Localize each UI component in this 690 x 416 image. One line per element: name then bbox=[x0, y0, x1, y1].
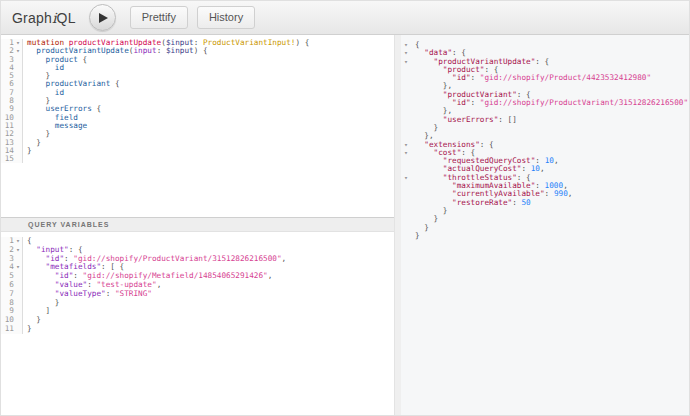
code-token-pu: } bbox=[27, 324, 32, 333]
code-token-pu: } bbox=[46, 129, 51, 138]
line-gutter: 11 bbox=[1, 325, 23, 334]
code-line: } bbox=[401, 232, 689, 240]
query-variables-label: QUERY VARIABLES bbox=[28, 221, 109, 228]
line-gutter: 15 bbox=[1, 155, 23, 163]
fold-toggle-icon[interactable]: ▾ bbox=[401, 174, 411, 182]
code-token-st: "gid://shopify/Metafield/14854065291426" bbox=[83, 271, 268, 280]
code-token-pu: : bbox=[471, 73, 480, 82]
code-line: 12 } bbox=[1, 130, 394, 138]
query-variables-header[interactable]: QUERY VARIABLES bbox=[1, 217, 394, 232]
code-token-nu: 990 bbox=[554, 189, 568, 198]
code-token-pr: id bbox=[55, 88, 64, 97]
fold-toggle-icon[interactable]: ▾ bbox=[14, 246, 22, 255]
fold-gutter-spacer bbox=[14, 147, 22, 155]
code-token-ar: "id" bbox=[46, 254, 65, 263]
code-token-ar: "metafields" bbox=[46, 262, 102, 271]
code-token-ar: "id" bbox=[55, 271, 74, 280]
code-token-st: "STRING" bbox=[115, 289, 152, 298]
code-token-pl bbox=[27, 245, 36, 254]
query-variables-editor[interactable]: 1▾{2▾ "input": {3 "id": "gid://shopify/P… bbox=[1, 232, 394, 415]
code-token-st: "gid://shopify/ProductVariant/3151282621… bbox=[480, 98, 688, 107]
code-line: 4 id bbox=[1, 64, 394, 72]
code-token-pl bbox=[27, 289, 55, 298]
code-token-pr: message bbox=[55, 121, 87, 130]
fold-gutter-spacer bbox=[14, 114, 22, 122]
fold-gutter-spacer bbox=[14, 89, 22, 97]
code-line: 7 id bbox=[1, 89, 394, 97]
code-token-pu: ) { bbox=[296, 38, 310, 47]
code-token-rk: "id" bbox=[452, 73, 471, 82]
play-icon bbox=[99, 13, 108, 23]
code-line: 11 message bbox=[1, 122, 394, 130]
logo-text: QL bbox=[57, 10, 76, 26]
code-token-pu: { bbox=[78, 55, 87, 64]
code-line: } bbox=[401, 207, 689, 215]
code-token-pu: : bbox=[64, 254, 73, 263]
code-token-ar: "input" bbox=[36, 245, 68, 254]
fold-gutter-spacer bbox=[14, 255, 22, 264]
fold-gutter-spacer bbox=[14, 122, 22, 130]
fold-toggle-icon[interactable]: ▾ bbox=[401, 149, 411, 157]
code-token-pu: : bbox=[106, 289, 115, 298]
fold-gutter-spacer bbox=[14, 316, 22, 325]
code-text: } bbox=[23, 147, 32, 155]
code-line: 7 "valueType": "STRING" bbox=[1, 290, 394, 299]
code-line: 14} bbox=[1, 147, 394, 155]
fold-gutter-spacer bbox=[14, 307, 22, 316]
code-token-pl bbox=[27, 298, 55, 307]
fold-gutter-spacer bbox=[14, 281, 22, 290]
result-viewer: ▾{▾ "data": {▾ "productVariantUpdate": {… bbox=[401, 35, 689, 240]
panel-resize-handle[interactable] bbox=[394, 35, 401, 415]
fold-gutter-spacer bbox=[14, 56, 22, 64]
code-token-pu: , bbox=[554, 156, 559, 165]
code-token-pu: ] bbox=[46, 306, 51, 315]
code-token-pu: : { bbox=[69, 245, 83, 254]
code-token-at: ProductVariantInput! bbox=[203, 38, 296, 47]
code-line: } bbox=[401, 124, 689, 132]
code-token-rk: "id" bbox=[452, 98, 471, 107]
code-token-pu: : bbox=[545, 189, 554, 198]
code-token-pl bbox=[27, 271, 55, 280]
prettify-button[interactable]: Prettify bbox=[130, 6, 188, 29]
result-panel: ▾{▾ "data": {▾ "productVariantUpdate": {… bbox=[401, 35, 689, 415]
fold-gutter-spacer bbox=[14, 325, 22, 334]
code-token-ar: "valueType" bbox=[55, 289, 106, 298]
code-token-pr: id bbox=[55, 63, 64, 72]
execute-query-button[interactable] bbox=[89, 4, 116, 31]
code-line: 15 bbox=[1, 155, 394, 163]
code-token-st: "test-update" bbox=[96, 280, 156, 289]
graphiql-app: GraphiQL Prettify History 1▾mutation pro… bbox=[0, 0, 690, 416]
main-area: 1▾mutation productVariantUpdate($input: … bbox=[1, 35, 689, 415]
fold-toggle-icon[interactable]: ▾ bbox=[401, 49, 411, 57]
code-token-pu: } bbox=[27, 146, 32, 155]
code-text: } bbox=[23, 316, 41, 325]
code-token-pu: } bbox=[415, 231, 420, 240]
fold-toggle-icon[interactable]: ▾ bbox=[401, 58, 411, 66]
code-token-pu: : { bbox=[535, 57, 549, 66]
code-token-pl bbox=[27, 280, 55, 289]
fold-toggle-icon[interactable]: ▾ bbox=[14, 39, 22, 47]
code-line: } bbox=[401, 224, 689, 232]
code-token-ar: input bbox=[133, 46, 156, 55]
code-token-pu: : { bbox=[480, 140, 494, 149]
code-text: } bbox=[23, 139, 41, 147]
fold-toggle-icon[interactable]: ▾ bbox=[14, 47, 22, 55]
fold-toggle-icon[interactable]: ▾ bbox=[14, 237, 22, 246]
code-token-pu: , bbox=[540, 164, 545, 173]
fold-toggle-icon[interactable]: ▾ bbox=[401, 41, 411, 49]
fold-gutter-spacer bbox=[14, 97, 22, 105]
graphiql-logo: GraphiQL bbox=[12, 10, 76, 26]
fold-gutter-spacer bbox=[14, 64, 22, 72]
fold-toggle-icon[interactable]: ▾ bbox=[14, 263, 22, 272]
code-token-st: "gid://shopify/ProductVariant/3151282621… bbox=[73, 254, 281, 263]
history-button[interactable]: History bbox=[197, 6, 255, 29]
line-number: 15 bbox=[1, 155, 14, 163]
code-text: "id": "gid://shopify/ProductVariant/3151… bbox=[411, 99, 688, 107]
query-editor[interactable]: 1▾mutation productVariantUpdate($input: … bbox=[1, 35, 394, 217]
code-token-pu: } bbox=[443, 206, 448, 215]
fold-toggle-icon[interactable]: ▾ bbox=[401, 141, 411, 149]
editor-column: 1▾mutation productVariantUpdate($input: … bbox=[1, 35, 394, 415]
code-line: } bbox=[401, 215, 689, 223]
code-token-pu: ) { bbox=[194, 46, 208, 55]
code-token-pu: } bbox=[424, 223, 429, 232]
